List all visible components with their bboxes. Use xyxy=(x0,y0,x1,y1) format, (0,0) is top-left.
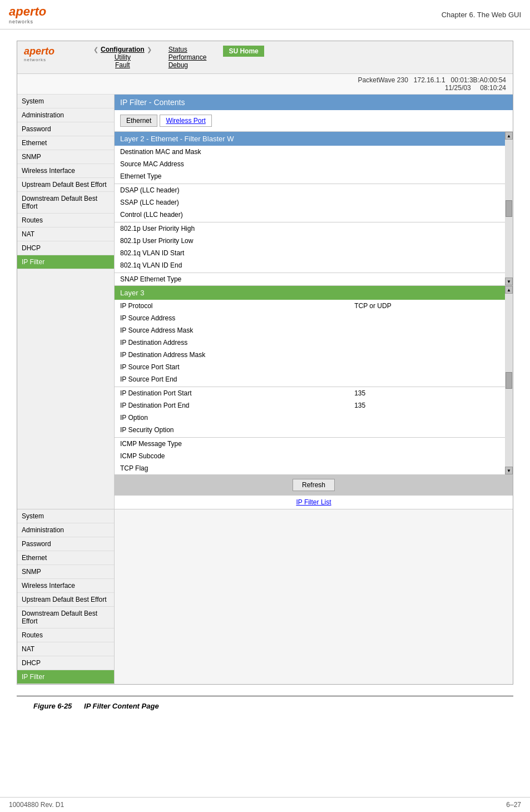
layer3-header: Layer 3 xyxy=(115,286,505,300)
sidebar1-item-dhcp[interactable]: DHCP xyxy=(17,241,114,255)
lower-scrollbar[interactable]: ▲ ▼ xyxy=(505,286,513,474)
sidebar1-item-downstream-default-best-effort[interactable]: Downstream Default Best Effort xyxy=(17,192,114,214)
sidebar1-item-ip-filter[interactable]: IP Filter xyxy=(17,255,114,269)
layer3-field-label: IP Source Address Mask xyxy=(115,324,349,336)
scroll-up-btn2[interactable]: ▲ xyxy=(505,286,513,294)
sidebar1-item-routes[interactable]: Routes xyxy=(17,214,114,227)
sidebar1-item-ethernet[interactable]: Ethernet xyxy=(17,136,114,150)
sidebar1-item-upstream-default-best-effort[interactable]: Upstream Default Best Effort xyxy=(17,178,114,192)
layer2-field-value xyxy=(349,146,505,158)
layer2-field-label: 802.1q VLAN ID Start xyxy=(115,247,349,259)
layer2-row: 802.1q VLAN ID End xyxy=(115,259,505,273)
layer3-field-value xyxy=(349,361,505,373)
wireless-tab[interactable]: Wireless Port xyxy=(160,115,211,127)
page-footer: 10004880 Rev. D1 6–27 xyxy=(0,797,530,812)
layer2-row: 802.1q VLAN ID Start xyxy=(115,247,505,259)
layer2-row: DSAP (LLC header) xyxy=(115,184,505,197)
utility-nav-link[interactable]: Utility xyxy=(115,53,131,61)
layer3-field-label: IP Security Option xyxy=(115,424,349,438)
scroll-up-btn[interactable]: ▲ xyxy=(505,132,513,140)
layer3-content: Layer 3 IP Protocol TCP or UDP IP Source… xyxy=(115,286,513,474)
nav-logo-sub: networks xyxy=(24,57,66,62)
filter-list-link-area: IP Filter List xyxy=(115,496,513,509)
status-nav-link[interactable]: Status xyxy=(169,46,207,53)
layer2-field-value xyxy=(349,273,505,286)
performance-nav-link[interactable]: Performance xyxy=(169,53,207,61)
sidebar2-item-wireless-interface[interactable]: Wireless Interface xyxy=(17,579,114,593)
layer3-row: IP Source Port Start xyxy=(115,361,505,373)
sidebar1-item-password[interactable]: Password xyxy=(17,122,114,136)
logo-sub: networks xyxy=(9,19,46,24)
sidebar1-item-snmp[interactable]: SNMP xyxy=(17,150,114,164)
nav-logo-text: aperto xyxy=(24,46,55,57)
layer3-field-label: IP Destination Address Mask xyxy=(115,349,349,361)
sidebar2-item-dhcp[interactable]: DHCP xyxy=(17,656,114,670)
sidebar2-item-snmp[interactable]: SNMP xyxy=(17,565,114,579)
main-panel-lower xyxy=(115,509,513,684)
debug-nav-link[interactable]: Debug xyxy=(169,61,207,69)
refresh-area: Refresh xyxy=(115,474,513,496)
sidebar1-item-system[interactable]: System xyxy=(17,95,114,108)
layer3-field-label: IP Destination Port Start xyxy=(115,387,349,400)
layer3-row: ICMP Message Type xyxy=(115,438,505,450)
ethernet-tab[interactable]: Ethernet xyxy=(120,115,157,127)
sidebar2-items: SystemAdministrationPasswordEthernetSNMP… xyxy=(17,509,114,684)
layer2-field-label: 802.1q VLAN ID End xyxy=(115,259,349,273)
sidebar2-item-ip-filter[interactable]: IP Filter xyxy=(17,670,114,684)
layer3-field-label: TCP Flag xyxy=(115,462,349,474)
logo-area: aperto networks xyxy=(9,4,46,24)
sidebar1-item-wireless-interface[interactable]: Wireless Interface xyxy=(17,164,114,178)
sidebar1-item-nat[interactable]: NAT xyxy=(17,227,114,241)
scroll-down-btn2[interactable]: ▼ xyxy=(505,467,513,474)
lower-scroll-area: Layer 3 IP Protocol TCP or UDP IP Source… xyxy=(115,285,513,474)
sidebar2-section: SystemAdministrationPasswordEthernetSNMP… xyxy=(17,509,513,684)
ip-filter-list-link[interactable]: IP Filter List xyxy=(296,498,331,506)
su-home-button[interactable]: SU Home xyxy=(223,46,264,57)
layer3-field-label: ICMP Subcode xyxy=(115,450,349,462)
sidebar1-item-administration[interactable]: Administration xyxy=(17,108,114,122)
upper-scrollbar[interactable]: ▲ ▼ xyxy=(505,132,513,285)
sidebar2-item-ethernet[interactable]: Ethernet xyxy=(17,551,114,565)
scroll-thumb-upper xyxy=(506,200,512,217)
scroll-thumb-lower xyxy=(506,372,512,389)
footer-right: 6–27 xyxy=(506,801,521,809)
device-mac: 00:01:3B:A0:00:54 xyxy=(451,76,506,84)
sidebar2-item-system[interactable]: System xyxy=(17,509,114,523)
layer3-field-label: IP Protocol xyxy=(115,300,349,312)
nav-bar: aperto networks ❮ Configuration ❯ Utilit… xyxy=(17,41,513,74)
layer2-field-label: Control (LLC header) xyxy=(115,209,349,222)
layer2-field-label: DSAP (LLC header) xyxy=(115,184,349,197)
sidebar-upper: SystemAdministrationPasswordEthernetSNMP… xyxy=(17,95,115,509)
fault-nav-link[interactable]: Fault xyxy=(115,61,130,69)
layer2-field-value xyxy=(349,222,505,235)
page-title: IP Filter - Contents xyxy=(120,98,185,107)
figure-caption-text: IP Filter Content Page xyxy=(84,702,159,710)
layer3-field-value xyxy=(349,312,505,324)
sidebar-lower: SystemAdministrationPasswordEthernetSNMP… xyxy=(17,509,115,684)
device-time: 08:10:24 xyxy=(480,84,506,92)
figure-number: Figure 6-25 xyxy=(33,702,72,710)
refresh-button[interactable]: Refresh xyxy=(293,479,335,491)
sidebar2-item-password[interactable]: Password xyxy=(17,537,114,551)
config-nav-link[interactable]: Configuration xyxy=(101,46,145,53)
layer3-row: IP Source Port End xyxy=(115,373,505,387)
layer2-content: Layer 2 - Ethernet - Filter Blaster W De… xyxy=(115,132,513,285)
layer2-field-label: Source MAC Address xyxy=(115,158,349,170)
layer2-field-label: Destination MAC and Mask xyxy=(115,146,349,158)
layer3-table: IP Protocol TCP or UDP IP Source Address… xyxy=(115,300,505,474)
layer2-table: Destination MAC and Mask Source MAC Addr… xyxy=(115,146,505,285)
layer2-field-value xyxy=(349,209,505,222)
sidebar2-item-routes[interactable]: Routes xyxy=(17,628,114,642)
layer3-field-label: IP Destination Port End xyxy=(115,399,349,412)
layer3-row: IP Destination Port Start 135 xyxy=(115,387,505,400)
sidebar2-item-downstream-default-best-effort[interactable]: Downstream Default Best Effort xyxy=(17,607,114,628)
sidebar2-item-administration[interactable]: Administration xyxy=(17,523,114,537)
logo-text: aperto xyxy=(9,4,46,18)
scroll-down-btn[interactable]: ▼ xyxy=(505,278,513,285)
layer2-row: Source MAC Address xyxy=(115,158,505,170)
sidebar2-item-nat[interactable]: NAT xyxy=(17,642,114,656)
layer3-row: IP Protocol TCP or UDP xyxy=(115,300,505,312)
device-date: 11/25/03 xyxy=(445,84,471,92)
layer3-row: IP Destination Address xyxy=(115,336,505,349)
sidebar2-item-upstream-default-best-effort[interactable]: Upstream Default Best Effort xyxy=(17,593,114,607)
